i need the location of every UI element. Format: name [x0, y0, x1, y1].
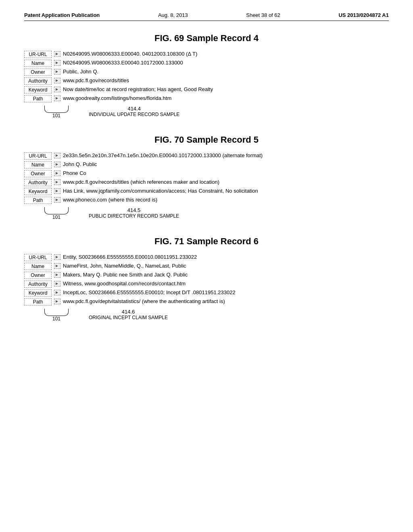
field-label-keyword: Keyword [24, 86, 52, 94]
field-label-owner: Owner [24, 69, 52, 76]
patent-number: US 2013/0204872 A1 [338, 12, 389, 18]
fig71-table: UR-URL Entity, S00236666.E55555555.E0001… [24, 254, 389, 305]
table-row: Authority www.pdc.fl.gov/records/titles [24, 77, 389, 85]
table-row: Name NameFirst, John, NameMiddle, Q., Na… [24, 263, 389, 270]
field-icon [54, 78, 60, 83]
fig71-title: FIG. 71 Sample Record 6 [24, 236, 389, 247]
table-row: Name John Q. Public [24, 161, 389, 168]
footer-num-70: 101 [52, 214, 60, 220]
field-label-ur-url: UR-URL [24, 152, 52, 160]
bracket-curve [44, 106, 69, 113]
field-value: InceptLoc, S00236666.E55555555.E00010; I… [63, 289, 389, 295]
field-icon [54, 179, 60, 185]
field-icon [54, 188, 60, 194]
field-icon [54, 263, 60, 269]
table-row: UR-URL Entity, S00236666.E55555555.E0001… [24, 254, 389, 261]
field-icon [54, 299, 60, 304]
field-icon [54, 290, 60, 295]
field-value: www.pdc.fl.gov/records/titles [63, 77, 389, 83]
field-value: Now date/time/loc at record registration… [63, 86, 389, 92]
table-row: Authority www.pdc.fl.gov/records/titles … [24, 179, 389, 186]
field-label-path: Path [24, 95, 52, 102]
field-value: NameFirst, John, NameMiddle, Q., NameLas… [63, 263, 389, 269]
field-label-owner: Owner [24, 272, 52, 279]
field-value: John Q. Public [63, 161, 389, 167]
field-icon [54, 254, 60, 260]
publication-date: Aug. 8, 2013 [158, 12, 188, 18]
table-row: Path www.pdc.fl.gov/deptvitalstatistics/… [24, 298, 389, 305]
fig71-section: FIG. 71 Sample Record 6 UR-URL Entity, S… [24, 236, 389, 322]
footer-num-71: 101 [52, 316, 60, 322]
field-label-authority: Authority [24, 179, 52, 186]
fig69-section: FIG. 69 Sample Record 4 UR-URL N02649095… [24, 33, 389, 118]
field-icon [54, 197, 60, 203]
page: Patent Application Publication Aug. 8, 2… [0, 0, 413, 532]
fig70-title: FIG. 70 Sample Record 5 [24, 135, 389, 145]
fig69-footer-annotation: 414.4 INDIVIDUAL UPDATE RECORD SAMPLE [89, 106, 179, 117]
field-value: Phone Co [63, 170, 389, 176]
field-value: Has Link, www.jqpfamily.com/communicatio… [63, 188, 389, 194]
field-value: Public, John Q. [63, 69, 389, 75]
fig70-table: UR-URL 2e33n.5e5n.2e10n.37e47n.1e5n.10e2… [24, 152, 389, 204]
field-value: N02649095.W08006333.E00040.10172000.1330… [63, 60, 389, 66]
field-icon [54, 60, 60, 66]
field-label-keyword: Keyword [24, 289, 52, 297]
field-value: 2e33n.5e5n.2e10n.37e47n.1e5n.10e20n.E000… [63, 152, 389, 158]
table-row: Owner Public, John Q. [24, 69, 389, 76]
field-label-path: Path [24, 197, 52, 204]
fig69-footer-fig: 414.4 [89, 106, 179, 112]
table-row: Owner Makers, Mary Q. Public nee Smith a… [24, 272, 389, 279]
fig70-footer-caption: PUBLIC DIRECTORY RECORD SAMPLE [89, 213, 179, 219]
field-icon [54, 69, 60, 75]
table-row: Keyword InceptLoc, S00236666.E55555555.E… [24, 289, 389, 297]
field-value: Entity, S00236666.E55555555.E00010.08011… [63, 254, 389, 260]
field-label-keyword: Keyword [24, 188, 52, 195]
field-value: www.phoneco.com (where this record is) [63, 197, 389, 203]
field-icon [54, 87, 60, 92]
table-row: Authority Witness, www.goodhospital.com/… [24, 281, 389, 288]
table-row: UR-URL N02649095.W08006333.E00040. 04012… [24, 51, 389, 58]
bracket-curve [44, 309, 69, 316]
bracket-curve [44, 207, 69, 214]
table-row: Keyword Now date/time/loc at record regi… [24, 86, 389, 94]
fig71-footer-fig: 414.6 [89, 309, 168, 315]
footer-num-69: 101 [52, 113, 60, 118]
table-row: Path www.goodrealty.com/listings/homes/f… [24, 95, 389, 102]
field-icon [54, 272, 60, 278]
field-value: www.pdc.fl.gov/records/titles (which ref… [63, 179, 389, 185]
table-row: Path www.phoneco.com (where this record … [24, 197, 389, 204]
field-value: Makers, Mary Q. Public nee Smith and Jac… [63, 272, 389, 278]
field-icon [54, 170, 60, 176]
fig70-footer-fig: 414.5 [89, 207, 179, 213]
sheet-info: Sheet 38 of 62 [246, 12, 280, 18]
field-label-authority: Authority [24, 77, 52, 85]
field-value: www.goodrealty.com/listings/homes/florid… [63, 95, 389, 101]
field-icon [54, 281, 60, 287]
field-label-name: Name [24, 161, 52, 168]
fig69-title: FIG. 69 Sample Record 4 [24, 33, 389, 44]
field-label-ur-url: UR-URL [24, 51, 52, 58]
field-label-name: Name [24, 60, 52, 67]
table-row: Keyword Has Link, www.jqpfamily.com/comm… [24, 188, 389, 195]
field-label-ur-url: UR-URL [24, 254, 52, 261]
table-row: UR-URL 2e33n.5e5n.2e10n.37e47n.1e5n.10e2… [24, 152, 389, 160]
field-value: N02649095.W08006333.E00040. 04012003.108… [63, 51, 389, 57]
fig69-table: UR-URL N02649095.W08006333.E00040. 04012… [24, 51, 389, 102]
fig69-footer-caption: INDIVIDUAL UPDATE RECORD SAMPLE [89, 112, 179, 117]
field-icon [54, 153, 60, 158]
table-row: Name N02649095.W08006333.E00040.10172000… [24, 60, 389, 67]
fig71-footer-caption: ORIGINAL INCEPT CLAIM SAMPLE [89, 315, 168, 320]
publication-label: Patent Application Publication [24, 12, 100, 18]
fig70-section: FIG. 70 Sample Record 5 UR-URL 2e33n.5e5… [24, 135, 389, 220]
field-icon [54, 96, 60, 101]
page-header: Patent Application Publication Aug. 8, 2… [24, 12, 389, 21]
field-value: www.pdc.fl.gov/deptvitalstatistics/ (whe… [63, 298, 389, 304]
field-value: Witness, www.goodhospital.com/records/co… [63, 281, 389, 287]
field-label-path: Path [24, 298, 52, 305]
field-icon [54, 51, 60, 57]
table-row: Owner Phone Co [24, 170, 389, 177]
fig71-footer-annotation: 414.6 ORIGINAL INCEPT CLAIM SAMPLE [89, 309, 168, 320]
field-label-name: Name [24, 263, 52, 270]
field-label-authority: Authority [24, 281, 52, 288]
field-label-owner: Owner [24, 170, 52, 177]
